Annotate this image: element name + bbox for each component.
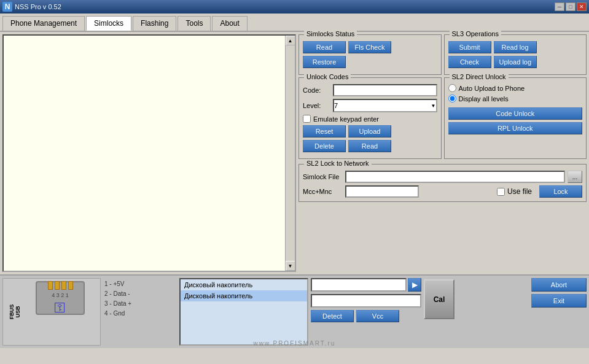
drive-list[interactable]: Дисковый накопитель Дисковый накопитель [179, 278, 308, 346]
usb-section: FBUS USB 4 3 2 1 ⚿ [2, 278, 101, 346]
simlocks-btn-row2: Restore [303, 56, 437, 68]
auto-upload-row: Auto Upload to Phone [448, 84, 583, 92]
abort-button[interactable]: Abort [531, 278, 587, 292]
read-log-button[interactable]: Read log [494, 41, 537, 53]
tab-phone-management[interactable]: Phone Management [2, 16, 85, 31]
display-all-radio[interactable] [448, 95, 456, 103]
usb-symbol: ⚿ [54, 301, 66, 315]
display-all-row: Display all levels [448, 95, 583, 103]
usb-pin-4 [68, 281, 73, 290]
right-bottom-controls: ▶ Detect Vcc Cal Abort Exit [311, 278, 587, 346]
tab-simlocks[interactable]: Simlocks [86, 16, 131, 31]
sl2-direct-unlock-inner: Auto Upload to Phone Display all levels … [448, 84, 583, 134]
unlock-btn-row2: Delete Read [303, 140, 437, 152]
exit-button[interactable]: Exit [531, 294, 587, 308]
mcc-mnc-input[interactable] [345, 185, 419, 198]
unlock-codes-inner: Code: Level: 7 1 2 3 4 5 [303, 84, 437, 152]
sl3-operations-inner: Submit Read log Check Upload log [448, 41, 583, 68]
upload-log-button[interactable]: Upload log [494, 56, 537, 68]
title-bar: N NSS Pro v 0.52 ─ □ ✕ [0, 0, 589, 14]
usb-pin-1 [48, 281, 53, 290]
level-select[interactable]: 7 1 2 3 4 5 6 [333, 99, 437, 112]
use-file-checkbox[interactable] [497, 188, 505, 196]
bottom-select-2[interactable] [311, 294, 421, 308]
scroll-up[interactable]: ▲ [286, 36, 295, 45]
code-unlock-button[interactable]: Code Unlock [448, 107, 583, 120]
browse-button[interactable]: ... [568, 171, 582, 183]
auto-upload-radio[interactable] [448, 84, 456, 92]
app-icon: N [2, 2, 12, 12]
title-bar-left: N NSS Pro v 0.52 [2, 2, 61, 12]
watermark: www.PROFISMART.ru [254, 340, 336, 347]
usb-icon-row: ⚿ [54, 301, 66, 315]
maximize-button[interactable]: □ [566, 2, 575, 11]
vcc-button[interactable]: Vcc [356, 310, 399, 322]
info-lines: 1 - +5V 2 - Data - 3 - Data + 4 - Gnd [103, 278, 177, 346]
pin-numbers: 4 3 2 1 [52, 292, 69, 298]
sl3-btn-row1: Submit Read log [448, 41, 583, 53]
arrow-button-1[interactable]: ▶ [408, 278, 421, 292]
scrollbar[interactable]: ▲ ▼ [285, 36, 295, 271]
rpl-unlock-button[interactable]: RPL Unlock [448, 122, 583, 134]
usb-pin-2 [55, 281, 60, 290]
abort-exit-buttons: Abort Exit [531, 278, 587, 308]
sl3-operations-group: SL3 Operations Submit Read log Check Upl… [444, 34, 587, 75]
detect-button[interactable]: Detect [311, 310, 354, 322]
left-panel: ▲ ▼ [2, 34, 296, 272]
unlock-btn-row1: Reset Upload [303, 125, 437, 137]
delete-button[interactable]: Delete [303, 140, 346, 152]
simlocks-read-button[interactable]: Read [303, 41, 346, 53]
minimize-button[interactable]: ─ [555, 2, 564, 11]
unlock-read-button[interactable]: Read [348, 140, 391, 152]
pin-info-1: 1 - +5V [104, 279, 176, 289]
sl3-btn-row2: Check Upload log [448, 56, 583, 68]
middle-groups: Unlock Codes Code: Level: 7 1 2 [298, 77, 587, 159]
restore-button[interactable]: Restore [303, 56, 346, 68]
emulate-checkbox[interactable] [303, 115, 311, 123]
cal-button[interactable]: Cal [424, 279, 454, 319]
submit-button[interactable]: Submit [448, 41, 491, 53]
use-file-label: Use file [507, 187, 532, 196]
dropdown-row-2 [311, 294, 421, 308]
bottom-select-1[interactable] [311, 278, 407, 292]
simlock-file-input[interactable] [345, 171, 565, 183]
drive-item-1[interactable]: Дисковый накопитель [181, 290, 307, 301]
check-button[interactable]: Check [448, 56, 491, 68]
sl2-direct-unlock-title: SL2 Direct Unlock [450, 73, 509, 80]
drive-item-0[interactable]: Дисковый накопитель [181, 279, 307, 290]
usb-pin-3 [61, 281, 66, 290]
tab-about[interactable]: About [212, 16, 247, 31]
usb-diagram: 4 3 2 1 ⚿ [23, 281, 98, 315]
sl2-lock-inner: Simlock File ... Mcc+Mnc Use file Lock [303, 171, 582, 198]
code-field-row: Code: [303, 84, 437, 96]
simlocks-btn-row1: Read Fls Check [303, 41, 437, 53]
pin-info-2: 2 - Data - [104, 289, 176, 299]
auto-upload-label: Auto Upload to Phone [459, 85, 525, 92]
bottom-panel: FBUS USB 4 3 2 1 ⚿ 1 - +5V 2 - Data - 3 … [0, 274, 589, 348]
scroll-down[interactable]: ▼ [286, 261, 295, 271]
mcc-mnc-row: Mcc+Mnc Use file Lock [303, 185, 582, 198]
simlock-file-row: Simlock File ... [303, 171, 582, 183]
usb-pins [48, 281, 73, 290]
upload-button[interactable]: Upload [348, 125, 391, 137]
simlock-file-label: Simlock File [303, 173, 343, 180]
tab-flashing[interactable]: Flashing [133, 16, 176, 31]
top-groups: Simlocks Status Read Fls Check Restore S… [298, 34, 587, 75]
lock-button[interactable]: Lock [539, 185, 582, 198]
code-input[interactable] [333, 84, 437, 96]
close-button[interactable]: ✕ [577, 2, 587, 11]
title-bar-controls: ─ □ ✕ [555, 2, 587, 11]
use-file-wrapper: Use file [497, 187, 532, 196]
display-all-label: Display all levels [459, 95, 509, 103]
tab-tools[interactable]: Tools [177, 16, 211, 31]
sl2-direct-unlock-group: SL2 Direct Unlock Auto Upload to Phone D… [444, 77, 587, 159]
usb-label: USB [15, 306, 21, 317]
code-label: Code: [303, 87, 330, 94]
app-title: NSS Pro v 0.52 [15, 3, 61, 10]
menu-bar: Phone Management Simlocks Flashing Tools… [0, 14, 589, 32]
unlock-codes-title: Unlock Codes [304, 73, 351, 80]
pin-info-4: 4 - Gnd [104, 309, 176, 319]
level-label: Level: [303, 102, 330, 109]
fls-check-button[interactable]: Fls Check [348, 41, 391, 53]
reset-button[interactable]: Reset [303, 125, 346, 137]
